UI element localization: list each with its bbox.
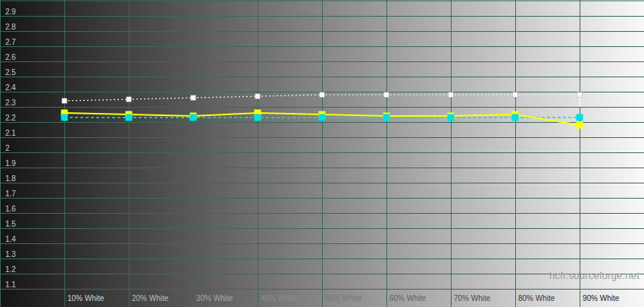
reference-curve-marker[interactable] — [127, 97, 132, 102]
reference-curve-marker[interactable] — [62, 99, 67, 104]
y-axis-label: 1.1 — [5, 280, 16, 289]
x-axis-label: 90% White — [583, 294, 620, 302]
x-axis-label: 40% White — [261, 294, 298, 302]
reference-curve-marker[interactable] — [577, 92, 583, 98]
reference-curve-marker[interactable] — [191, 96, 196, 101]
y-axis-label: 1.5 — [5, 220, 16, 228]
reference-curve-marker[interactable] — [320, 92, 325, 98]
y-axis-label: 2.6 — [5, 53, 16, 61]
y-axis-label: 2 — [5, 144, 10, 152]
y-axis-label: 1.8 — [5, 174, 16, 183]
target-gamma-marker[interactable] — [61, 114, 68, 121]
target-gamma-marker[interactable] — [512, 114, 519, 121]
y-axis-label: 2.4 — [5, 83, 16, 92]
x-axis-label: 30% White — [196, 294, 233, 302]
y-axis-label: 2.2 — [5, 114, 16, 122]
x-axis-label: 20% White — [132, 294, 169, 302]
y-axis-label: 2.5 — [5, 68, 16, 77]
measured-gamma-marker[interactable] — [577, 122, 583, 129]
x-axis-label: 50% White — [325, 294, 362, 302]
reference-curve-marker[interactable] — [384, 92, 389, 98]
watermark: hcfr.sourceforge.net — [549, 270, 639, 281]
reference-curve-marker[interactable] — [255, 94, 261, 99]
x-axis-label: 70% White — [454, 294, 491, 302]
y-axis-label: 2.1 — [5, 129, 16, 137]
reference-curve-marker[interactable] — [513, 92, 518, 98]
gamma-chart: 2.92.82.72.62.52.42.32.22.121.91.81.71.6… — [0, 0, 644, 307]
y-axis-label: 1.7 — [5, 190, 16, 198]
y-axis-label: 2.7 — [5, 38, 16, 46]
y-axis-label: 2.3 — [5, 99, 16, 107]
target-gamma-marker[interactable] — [577, 114, 583, 121]
gamma-chart-canvas[interactable]: 2.92.82.72.62.52.42.32.22.121.91.81.71.6… — [0, 0, 644, 307]
y-axis-label: 2.9 — [5, 8, 16, 16]
target-gamma-marker[interactable] — [255, 114, 261, 121]
y-axis-label: 1.4 — [5, 235, 16, 243]
y-axis-label: 1.2 — [5, 265, 16, 274]
x-axis-label: 60% White — [389, 294, 427, 302]
target-gamma-marker[interactable] — [126, 114, 133, 121]
target-gamma-marker[interactable] — [383, 114, 390, 121]
y-axis-label: 1.6 — [5, 205, 16, 213]
y-axis-label: 2.8 — [5, 23, 16, 31]
target-gamma-marker[interactable] — [448, 114, 455, 121]
y-axis-label: 1.9 — [5, 159, 16, 168]
x-axis-label: 10% White — [67, 294, 105, 302]
x-axis-label: 80% White — [518, 294, 555, 302]
y-axis-label: 1.3 — [5, 250, 16, 258]
target-gamma-marker[interactable] — [190, 114, 197, 121]
target-gamma-marker[interactable] — [319, 114, 326, 121]
reference-curve-marker[interactable] — [449, 92, 454, 98]
